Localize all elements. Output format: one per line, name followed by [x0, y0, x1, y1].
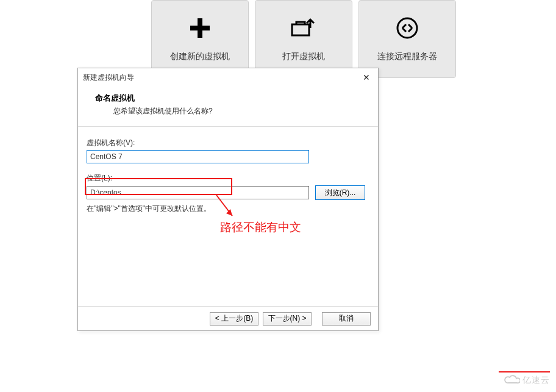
dialog-title: 新建虚拟机向导	[83, 73, 134, 83]
location-hint: 在"编辑">"首选项"中可更改默认位置。	[87, 204, 369, 214]
browse-button[interactable]: 浏览(R)...	[315, 185, 365, 200]
create-vm-label: 创建新的虚拟机	[170, 51, 230, 62]
vm-name-label: 虚拟机名称(V):	[87, 138, 369, 148]
cancel-button[interactable]: 取消	[322, 312, 371, 326]
remote-server-icon	[395, 16, 419, 43]
next-button[interactable]: 下一步(N) >	[263, 312, 312, 326]
back-button[interactable]: < 上一步(B)	[210, 312, 258, 326]
open-vm-card[interactable]: 打开虚拟机	[255, 0, 352, 78]
svg-point-2	[397, 18, 417, 38]
watermark-line	[499, 371, 550, 372]
location-label: 位置(L):	[87, 173, 369, 184]
dialog-header: 命名虚拟机 您希望该虚拟机使用什么名称?	[78, 87, 378, 127]
annotation-text: 路径不能有中文	[220, 219, 301, 235]
folder-open-icon	[290, 16, 317, 43]
header-title: 命名虚拟机	[95, 93, 368, 104]
dialog-button-bar: < 上一步(B) 下一步(N) > 取消	[78, 306, 378, 330]
create-vm-card[interactable]: 创建新的虚拟机	[151, 0, 249, 78]
header-subtitle: 您希望该虚拟机使用什么名称?	[113, 106, 368, 116]
close-button[interactable]: ✕	[358, 71, 374, 84]
watermark-cloud-icon	[504, 374, 520, 387]
plus-icon	[188, 16, 212, 43]
new-vm-wizard-dialog: 新建虚拟机向导 ✕ 命名虚拟机 您希望该虚拟机使用什么名称? 虚拟机名称(V):…	[77, 68, 379, 331]
watermark-text: 亿速云	[522, 375, 550, 386]
svg-rect-1	[190, 26, 210, 30]
watermark: 亿速云	[504, 374, 550, 387]
vm-name-input[interactable]	[87, 150, 309, 163]
form-area: 虚拟机名称(V): 位置(L): 浏览(R)... 在"编辑">"首选项"中可更…	[78, 127, 378, 214]
location-input[interactable]	[87, 186, 309, 199]
close-icon: ✕	[363, 73, 370, 82]
home-cards: 创建新的虚拟机 打开虚拟机 连接远程服务器	[151, 0, 456, 78]
dialog-titlebar: 新建虚拟机向导 ✕	[78, 68, 378, 87]
open-vm-label: 打开虚拟机	[282, 51, 325, 62]
connect-server-label: 连接远程服务器	[377, 51, 437, 62]
connect-server-card[interactable]: 连接远程服务器	[358, 0, 456, 78]
